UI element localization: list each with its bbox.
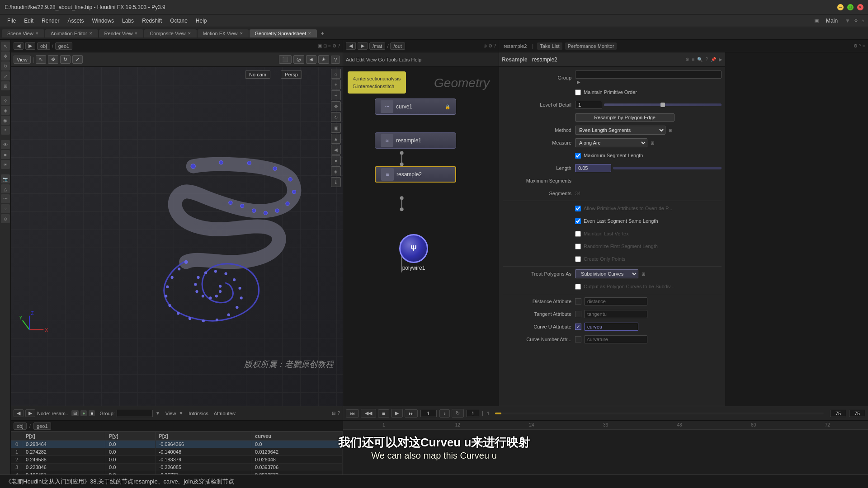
vp-ctrl-frame[interactable]: ▣ <box>331 123 341 133</box>
prop-output-poly-checkbox[interactable] <box>575 284 581 290</box>
sidebar-geo-icon[interactable]: △ <box>1 184 10 193</box>
vp-scale-btn[interactable]: ⤢ <box>72 55 83 64</box>
persp-button[interactable]: Persp <box>281 70 302 79</box>
prop-even-last-checkbox[interactable] <box>575 218 581 224</box>
props-pin-icon[interactable]: 📌 <box>711 57 716 62</box>
tab-close-composite[interactable]: ✕ <box>188 31 191 36</box>
node-resample2[interactable]: ≋ resample2 <box>375 166 456 183</box>
tl-fps-input[interactable] <box>467 410 479 417</box>
tab-sceneview[interactable]: Scene View ✕ <box>2 29 44 38</box>
prop-maxseg-checkbox[interactable] <box>575 153 581 159</box>
sidebar-view-icon[interactable]: 👁 <box>1 140 10 149</box>
tab-composite[interactable]: Composite View ✕ <box>144 29 196 38</box>
sidebar-render-icon[interactable]: ■ <box>1 150 10 159</box>
sidebar-move-icon[interactable]: ✥ <box>1 52 10 61</box>
sidebar-tool2-icon[interactable]: ◉ <box>1 116 10 125</box>
prop-maintain-last-checkbox[interactable] <box>575 231 581 237</box>
vp-light-btn[interactable]: ☀ <box>318 55 329 64</box>
sidebar-snap-icon[interactable]: ⊹ <box>1 96 10 105</box>
props-help-icon[interactable]: ? <box>705 57 708 62</box>
sidebar-select-icon[interactable]: ↖ <box>1 42 10 51</box>
ss-back-btn[interactable]: ◀ <box>14 409 24 417</box>
props-search-icon[interactable]: 🔍 <box>697 57 703 62</box>
sidebar-light-icon[interactable]: ☀ <box>1 160 10 169</box>
vp-ghost-btn[interactable]: ◎ <box>293 55 304 64</box>
tab-close-geospreadsheet[interactable]: ✕ <box>308 31 311 36</box>
tl-play-btn[interactable]: ▶ <box>391 409 403 418</box>
prop-method-select[interactable]: Even Length Segments <box>575 126 665 135</box>
prop-lod-slider[interactable] <box>604 103 722 106</box>
ss-fwd-btn[interactable]: ▶ <box>25 409 35 417</box>
vp-ctrl-orbit[interactable]: ↻ <box>331 112 341 122</box>
prop-curveu-attr-input[interactable] <box>584 323 638 331</box>
menu-render[interactable]: Render <box>38 16 63 25</box>
vp-render-btn[interactable]: ⬛ <box>279 55 292 64</box>
sidebar-scale-icon[interactable]: ⤢ <box>1 71 10 80</box>
tl-end-frame-input[interactable] <box>830 410 846 417</box>
vp-ctrl-info[interactable]: ℹ <box>331 177 341 187</box>
ss-help-btn[interactable]: ? <box>337 411 340 416</box>
prop-group-arrow[interactable]: ▶ <box>577 80 580 84</box>
tl-total-input[interactable] <box>849 410 865 417</box>
vp-obj-btn[interactable]: obj <box>37 42 50 50</box>
ss-geo-btn[interactable]: geo1 <box>33 422 51 430</box>
props-expand-icon[interactable]: ▶ <box>719 57 722 62</box>
prop-resample-by-btn[interactable]: Resample by Polygon Edge <box>575 113 675 122</box>
tab-close-sceneview[interactable]: ✕ <box>35 31 39 36</box>
workspace-label[interactable]: Main <box>822 16 841 25</box>
maximize-button[interactable]: □ <box>847 4 854 10</box>
nn-path1[interactable]: /mat <box>369 42 385 50</box>
col-py[interactable]: P[y] <box>105 432 155 441</box>
prop-curveu-attr-enable[interactable]: ✓ <box>575 324 581 330</box>
tab-render[interactable]: Render View ✕ <box>99 29 144 38</box>
prop-length-slider[interactable] <box>613 167 722 169</box>
tl-frame-input[interactable] <box>420 410 437 417</box>
ss-obj-btn[interactable]: obj <box>14 422 27 430</box>
vp-select-btn[interactable]: ↖ <box>36 55 46 64</box>
close-button[interactable]: ✕ <box>857 4 863 10</box>
tab-geospreadsheet[interactable]: Geometry Spreadsheet ✕ <box>250 29 317 38</box>
prop-create-only-checkbox[interactable] <box>575 256 581 262</box>
vp-ctrl-home[interactable]: ⌂ <box>331 69 341 79</box>
vp-back-btn[interactable]: ◀ <box>14 42 24 50</box>
vp-ctrl-pan[interactable]: ✥ <box>331 101 341 111</box>
vp-fwd-btn[interactable]: ▶ <box>25 42 35 50</box>
sidebar-dop-icon[interactable]: ⊙ <box>1 214 10 223</box>
sidebar-rotate-icon[interactable]: ↻ <box>1 61 10 70</box>
table-row[interactable]: 30.2238460.0-0.2260850.0393706 <box>11 464 343 471</box>
prop-dist-attr-input[interactable] <box>584 297 647 305</box>
menu-redshift[interactable]: Redshift <box>138 16 165 25</box>
menu-edit[interactable]: Edit <box>20 16 37 25</box>
col-pz[interactable]: P[z] <box>155 432 251 441</box>
tab-motionfx[interactable]: Motion FX View ✕ <box>198 29 249 38</box>
nn-path2[interactable]: /out <box>390 42 405 50</box>
props-gear-icon[interactable]: ⚙ <box>685 57 689 62</box>
sidebar-tool3-icon[interactable]: ⌖ <box>1 126 10 135</box>
nocam-button[interactable]: No cam <box>245 70 270 79</box>
vp-move-btn[interactable]: ✥ <box>48 55 58 64</box>
minimize-button[interactable]: ─ <box>837 4 844 10</box>
prop-allow-prim-checkbox[interactable] <box>575 206 581 211</box>
prop-curvenum-attr-input[interactable] <box>584 335 647 343</box>
vp-ctrl-zoom-out[interactable]: − <box>331 90 341 100</box>
tl-end-btn[interactable]: ⏭ <box>405 409 418 418</box>
table-row[interactable]: 20.2495880.0-0.1833790.026048 <box>11 456 343 464</box>
tl-loop-btn[interactable]: ↻ <box>452 409 464 418</box>
vp-ctrl-front[interactable]: ● <box>331 155 341 165</box>
ss-filter-btn[interactable]: ⊟ <box>332 411 335 416</box>
prop-randomize-checkbox[interactable] <box>575 244 581 249</box>
polywire-circle[interactable]: Ψ <box>399 234 428 263</box>
node-resample1[interactable]: ≋ resample1 <box>375 132 456 149</box>
tab-add-button[interactable]: + <box>318 30 327 37</box>
nn-fwd-btn[interactable]: ▶ <box>358 42 368 50</box>
tl-audio-btn[interactable]: ♪ <box>439 409 450 418</box>
vp-help-btn[interactable]: ? <box>331 56 340 64</box>
prop-treat-select[interactable]: Subdivision Curves <box>575 269 638 278</box>
tab-animation[interactable]: Animation Editor ✕ <box>45 29 98 38</box>
tl-start-btn[interactable]: ⏮ <box>346 409 359 418</box>
tl-stop-btn[interactable]: ■ <box>378 409 389 418</box>
prop-dist-attr-enable[interactable] <box>575 298 581 305</box>
table-row[interactable]: 10.2742820.0-0.1400480.0129642 <box>11 448 343 456</box>
ss-node-icon2[interactable]: ● <box>80 410 87 416</box>
sidebar-particle-icon[interactable]: ⁘ <box>1 204 10 213</box>
